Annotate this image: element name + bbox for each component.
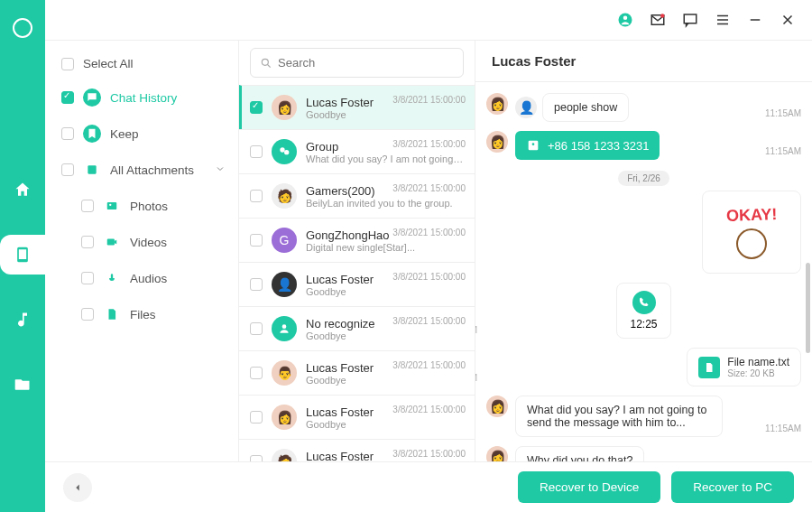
comment-icon[interactable] xyxy=(682,12,698,28)
nav-folder[interactable] xyxy=(0,365,45,405)
search-icon xyxy=(260,57,272,70)
checkbox[interactable] xyxy=(250,101,263,114)
avatar: 👩 xyxy=(272,405,297,430)
menu-icon[interactable] xyxy=(715,12,731,28)
videos-row[interactable]: Videos xyxy=(45,224,238,260)
attachment-icon xyxy=(83,161,101,179)
avatar xyxy=(272,316,297,341)
checkbox[interactable] xyxy=(250,322,263,335)
message-time: 11:15AM xyxy=(765,424,801,433)
message-row: 👩 +86 158 1233 3231 11:15AM xyxy=(486,131,801,160)
video-icon xyxy=(103,233,121,251)
close-icon[interactable] xyxy=(780,12,796,28)
checkbox[interactable] xyxy=(61,91,74,104)
contact-icon xyxy=(526,138,540,153)
file-bubble[interactable]: File name.txtSize: 20 KB xyxy=(687,348,801,386)
message-time: 11:15AM xyxy=(475,373,477,383)
avatar: 👩 xyxy=(486,131,508,153)
chat-messages[interactable]: 👩 👤 people show 11:15AM 👩 +86 158 1233 3… xyxy=(475,82,812,461)
contact-card[interactable]: +86 158 1233 3231 xyxy=(515,131,660,160)
message-bubble: people show xyxy=(542,93,629,122)
call-bubble: 12:25 xyxy=(616,283,670,339)
conversation-scroll[interactable]: 👩 Lucas FosterGoodbye 3/8/2021 15:00:00 … xyxy=(239,85,475,461)
message-row: 👩 👤 people show 11:15AM xyxy=(486,93,801,122)
message-time: 11:15AM xyxy=(475,325,477,335)
recover-to-pc-button[interactable]: Recover to PC xyxy=(671,471,794,503)
files-row[interactable]: Files xyxy=(45,296,238,332)
search-box[interactable] xyxy=(250,48,464,78)
conversation-item[interactable]: 🧑 Lucas FosterGoodbye 3/8/2021 15:00:00 xyxy=(239,439,475,461)
conversation-item[interactable]: G GongZhongHaoDigital new single[Star]..… xyxy=(239,218,475,262)
message-row: 👩 What did you say? I am not going to se… xyxy=(486,396,801,437)
chat-icon xyxy=(83,88,101,107)
photo-icon xyxy=(103,197,121,215)
audios-label: Audios xyxy=(130,272,167,285)
avatar: 👩 xyxy=(486,93,508,115)
checkbox[interactable] xyxy=(250,234,263,247)
checkbox[interactable] xyxy=(250,455,263,461)
avatar: 👩 xyxy=(486,396,508,417)
nav-phone[interactable] xyxy=(0,235,45,275)
checkbox[interactable] xyxy=(81,308,94,321)
keep-row[interactable]: Keep xyxy=(45,116,238,152)
scrollbar[interactable] xyxy=(806,263,810,353)
checkbox[interactable] xyxy=(250,411,263,424)
files-label: Files xyxy=(130,308,156,321)
photos-row[interactable]: Photos xyxy=(45,188,238,224)
bookmark-icon xyxy=(83,125,101,143)
checkbox[interactable] xyxy=(250,278,263,291)
footer: Recover to Device Recover to PC xyxy=(45,461,812,512)
nav-rail xyxy=(0,0,45,512)
checkbox[interactable] xyxy=(61,163,74,176)
checkbox[interactable] xyxy=(61,127,74,140)
message-bubble: Why did you do that? xyxy=(515,446,644,461)
conversation-item[interactable]: 👩 Lucas FosterGoodbye 3/8/2021 15:00:00 xyxy=(239,395,475,439)
avatar: 🧑 xyxy=(272,449,297,461)
avatar: 🧑 xyxy=(272,183,297,209)
avatar: 👤 xyxy=(515,97,537,118)
back-button[interactable] xyxy=(63,473,92,502)
checkbox[interactable] xyxy=(61,58,74,70)
app-logo-icon xyxy=(13,18,32,38)
avatar: 👩 xyxy=(272,95,297,120)
conversation-item[interactable]: 👩 Lucas FosterGoodbye 3/8/2021 15:00:00 xyxy=(239,85,475,129)
audio-icon xyxy=(103,269,121,287)
chat-history-row[interactable]: Chat History xyxy=(45,79,238,116)
message-row: OKAY! xyxy=(486,191,801,274)
search-input[interactable] xyxy=(278,56,454,70)
checkbox[interactable] xyxy=(81,272,94,284)
chat-history-label: Chat History xyxy=(110,91,177,105)
svg-point-12 xyxy=(284,150,289,154)
conversation-item[interactable]: GroupWhat did you say? I am not going to… xyxy=(239,129,475,173)
nav-home[interactable] xyxy=(0,170,45,209)
select-all-row[interactable]: Select All xyxy=(45,48,238,79)
message-row: 👩 Why did you do that? 11:15AM xyxy=(486,446,801,461)
checkbox[interactable] xyxy=(250,367,263,379)
all-attachments-row[interactable]: All Attachments xyxy=(45,152,238,188)
message-bubble: What did you say? I am not going to send… xyxy=(515,396,723,437)
checkbox[interactable] xyxy=(250,190,263,202)
svg-rect-4 xyxy=(684,14,697,23)
conversation-item[interactable]: 👤 Lucas FosterGoodbye 3/8/2021 15:00:00 xyxy=(239,262,475,306)
keep-label: Keep xyxy=(110,127,139,141)
checkbox[interactable] xyxy=(81,200,94,212)
date-divider: Fri, 2/26 xyxy=(486,169,801,185)
nav-music[interactable] xyxy=(0,300,45,340)
category-sidebar: Select All Chat History Keep All Attachm… xyxy=(45,41,239,461)
svg-point-15 xyxy=(532,143,535,145)
checkbox[interactable] xyxy=(81,236,94,248)
conversation-list: 👩 Lucas FosterGoodbye 3/8/2021 15:00:00 … xyxy=(239,41,475,461)
mail-icon[interactable] xyxy=(650,12,666,28)
account-icon[interactable] xyxy=(617,12,633,28)
svg-rect-6 xyxy=(107,202,117,209)
conversation-item[interactable]: No recognizeGoodbye 3/8/2021 15:00:00 xyxy=(239,306,475,350)
checkbox[interactable] xyxy=(250,145,263,158)
conversation-item[interactable]: 🧑 Gamers(200)BeilyLan invited you to the… xyxy=(239,173,475,218)
minimize-icon[interactable] xyxy=(747,12,763,28)
recover-to-device-button[interactable]: Recover to Device xyxy=(518,471,660,503)
audios-row[interactable]: Audios xyxy=(45,260,238,296)
all-attachments-label: All Attachments xyxy=(110,163,194,177)
avatar xyxy=(272,139,297,164)
message-row: File name.txtSize: 20 KB 11:15AM xyxy=(486,348,801,386)
conversation-item[interactable]: 👨 Lucas FosterGoodbye 3/8/2021 15:00:00 xyxy=(239,350,475,395)
